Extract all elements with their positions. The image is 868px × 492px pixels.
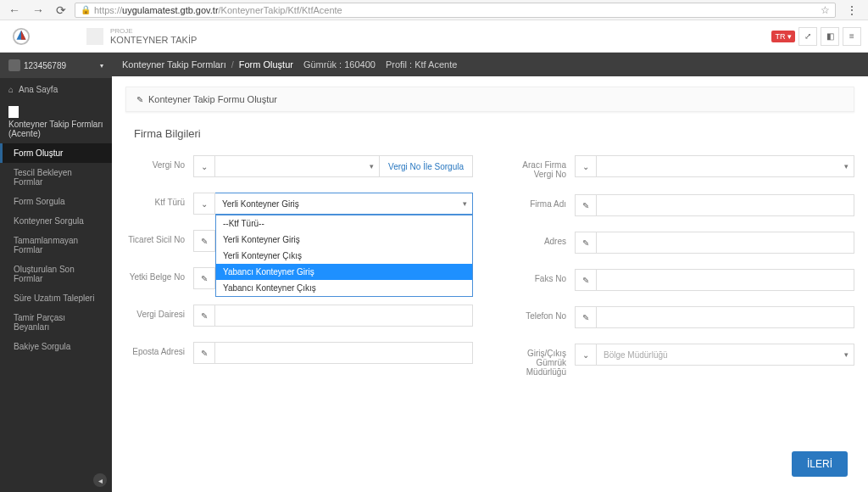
breadcrumb-sep: /: [231, 59, 234, 70]
label-ticaret-sicil: Ticaret Sicil No: [125, 230, 193, 244]
chevron-down-icon: ▾: [844, 162, 849, 171]
panel-title: Konteyner Takip Formu Oluştur: [148, 94, 277, 104]
sidebar-item-bakiye[interactable]: Bakiye Sorgula: [0, 337, 112, 356]
project-info: PROJE KONTEYNER TAKİP: [110, 27, 197, 45]
sidebar-item-olusturulan[interactable]: Oluşturulan Son Formlar: [0, 260, 112, 288]
faks-input[interactable]: [597, 269, 854, 291]
ktf-turu-select[interactable]: Yerli Konteyner Giriş ▾: [215, 193, 473, 215]
project-name: KONTEYNER TAKİP: [110, 35, 197, 45]
firma-adi-input[interactable]: [597, 194, 854, 216]
sidebar-item-form-olustur[interactable]: Form Oluştur: [0, 143, 112, 163]
chevron-down-icon: ▾: [370, 162, 374, 171]
label-vergi-dairesi: Vergi Dairesi: [125, 305, 193, 319]
sidebar-section[interactable]: Konteyner Takip Formları (Acente): [0, 101, 112, 143]
row-eposta: Eposta Adresi ✎: [125, 342, 473, 364]
sidebar-item-tescil[interactable]: Tescil Bekleyen Formlar: [0, 163, 112, 192]
url-bar[interactable]: 🔒 https://uygulamatest.gtb.gov.tr/Kontey…: [75, 3, 836, 18]
label-giris-cikis: Giriş/Çıkış Gümrük Müdürlüğü: [507, 344, 575, 377]
vergi-dairesi-input[interactable]: [215, 305, 473, 327]
label-vergi-no: Vergi No: [125, 155, 193, 170]
app-header: PROJE KONTEYNER TAKİP TR ▾ ⤢ ◧ ≡: [0, 20, 868, 53]
vergi-no-select[interactable]: ▾: [215, 155, 380, 177]
sidebar-home[interactable]: ⌂ Ana Sayfa: [0, 78, 112, 101]
browser-menu-icon[interactable]: ⋮: [841, 3, 863, 17]
row-giris-cikis: Giriş/Çıkış Gümrük Müdürlüğü ⌄ Bölge Müd…: [507, 344, 854, 377]
lang-badge[interactable]: TR ▾: [771, 31, 795, 42]
row-araci-firma: Aracı Firma Vergi No ⌄ ▾: [507, 155, 854, 179]
breadcrumb-root[interactable]: Konteyner Takip Formları: [122, 59, 226, 70]
bottom-bar: İLERİ: [112, 436, 868, 492]
giris-prefix-icon[interactable]: ⌄: [575, 344, 597, 366]
label-adres: Adres: [507, 232, 575, 246]
edit-icon: ✎: [575, 232, 597, 254]
edit-icon: ✎: [193, 267, 215, 289]
edit-icon: ✎: [193, 305, 215, 327]
araci-prefix-icon[interactable]: ⌄: [575, 155, 597, 177]
home-icon: ⌂: [8, 85, 14, 94]
vergi-no-prefix-icon[interactable]: ⌄: [193, 155, 215, 177]
ktf-option-yerli-giris[interactable]: Yerli Konteyner Giriş: [216, 232, 472, 248]
sidebar-item-tamir[interactable]: Tamir Parçası Beyanları: [0, 308, 112, 337]
document-icon: [8, 106, 19, 118]
breadcrumb-profil: Profil : Ktf Acente: [386, 59, 457, 70]
sidebar-item-sure-uzatim[interactable]: Süre Uzatım Talepleri: [0, 288, 112, 308]
app-logo: [12, 27, 31, 46]
ktf-option-yerli-cikis[interactable]: Yerli Konteyner Çıkış: [216, 248, 472, 264]
ktf-option-yabanci-cikis[interactable]: Yabancı Konteyner Çıkış: [216, 280, 472, 296]
avatar: [86, 28, 103, 45]
browser-chrome: ← → ⟳ 🔒 https://uygulamatest.gtb.gov.tr/…: [0, 0, 868, 20]
sidebar-collapse-icon[interactable]: ◂: [93, 473, 107, 487]
ktf-prefix-icon[interactable]: ⌄: [193, 193, 215, 215]
user-id: 123456789: [24, 61, 66, 70]
forward-icon[interactable]: →: [29, 3, 47, 17]
sidebar-item-tamamlanmayan[interactable]: Tamamlanmayan Formlar: [0, 231, 112, 260]
chevron-down-icon: ▾: [844, 350, 849, 359]
url-text: https://uygulamatest.gtb.gov.tr/Konteyne…: [94, 5, 342, 15]
edit-icon: ✎: [193, 230, 215, 252]
chevron-down-icon: ▾: [463, 199, 467, 208]
edit-icon: ✎: [575, 306, 597, 328]
ktf-dropdown: --Ktf Türü-- Yerli Konteyner Giriş Yerli…: [215, 215, 473, 297]
giris-cikis-select[interactable]: Bölge Müdürlüğü ▾: [597, 344, 854, 366]
back-icon[interactable]: ←: [5, 3, 24, 17]
label-telefon: Telefon No: [507, 306, 575, 321]
fullscreen-icon[interactable]: ⤢: [798, 27, 817, 46]
breadcrumb-gumruk: Gümrük : 160400: [303, 59, 376, 70]
user-block[interactable]: 123456789 ▾: [0, 53, 112, 78]
label-firma-adi: Firma Adı: [507, 194, 575, 209]
row-vergi-no: Vergi No ⌄ ▾ Vergi No İle Sorgula: [125, 155, 473, 177]
row-ktf-turu: Ktf Türü ⌄ Yerli Konteyner Giriş ▾ --Ktf…: [125, 193, 473, 215]
ktf-option-yabanci-giris[interactable]: Yabancı Konteyner Giriş: [216, 264, 472, 280]
breadcrumb: Konteyner Takip Formları / Form Oluştur …: [112, 53, 868, 76]
chevron-down-icon: ▾: [100, 62, 103, 70]
vergi-sorgula-button[interactable]: Vergi No İle Sorgula: [380, 155, 473, 177]
ktf-option-none[interactable]: --Ktf Türü--: [216, 215, 472, 232]
row-telefon: Telefon No ✎: [507, 306, 854, 328]
araci-firma-select[interactable]: ▾: [597, 155, 854, 177]
settings-icon[interactable]: ◧: [821, 27, 839, 46]
eposta-input[interactable]: [215, 342, 473, 364]
ileri-button[interactable]: İLERİ: [792, 451, 848, 477]
content: Konteyner Takip Formları / Form Oluştur …: [112, 53, 868, 492]
sidebar: 123456789 ▾ ⌂ Ana Sayfa Konteyner Takip …: [0, 53, 112, 492]
label-faks: Faks No: [507, 269, 575, 283]
telefon-input[interactable]: [597, 306, 854, 328]
row-adres: Adres ✎: [507, 232, 854, 254]
label-araci-firma: Aracı Firma Vergi No: [507, 155, 575, 179]
reload-icon[interactable]: ⟳: [53, 3, 70, 17]
sidebar-item-konteyner-sorgula[interactable]: Konteyner Sorgula: [0, 211, 112, 231]
bookmark-star-icon[interactable]: ☆: [821, 4, 830, 16]
project-label: PROJE: [110, 27, 197, 35]
panel-header: ✎ Konteyner Takip Formu Oluştur: [125, 87, 854, 112]
row-vergi-dairesi: Vergi Dairesi ✎: [125, 305, 473, 327]
adres-input[interactable]: [597, 232, 854, 254]
sidebar-item-form-sorgula[interactable]: Form Sorgula: [0, 192, 112, 211]
edit-icon: ✎: [136, 95, 143, 104]
edit-icon: ✎: [575, 194, 597, 216]
label-yetki-belge: Yetki Belge No: [125, 267, 193, 282]
lock-icon: 🔒: [81, 5, 91, 14]
breadcrumb-current: Form Oluştur: [239, 59, 293, 70]
row-firma-adi: Firma Adı ✎: [507, 194, 854, 216]
more-icon[interactable]: ≡: [843, 27, 861, 46]
section-title: Firma Bilgileri: [134, 127, 854, 140]
